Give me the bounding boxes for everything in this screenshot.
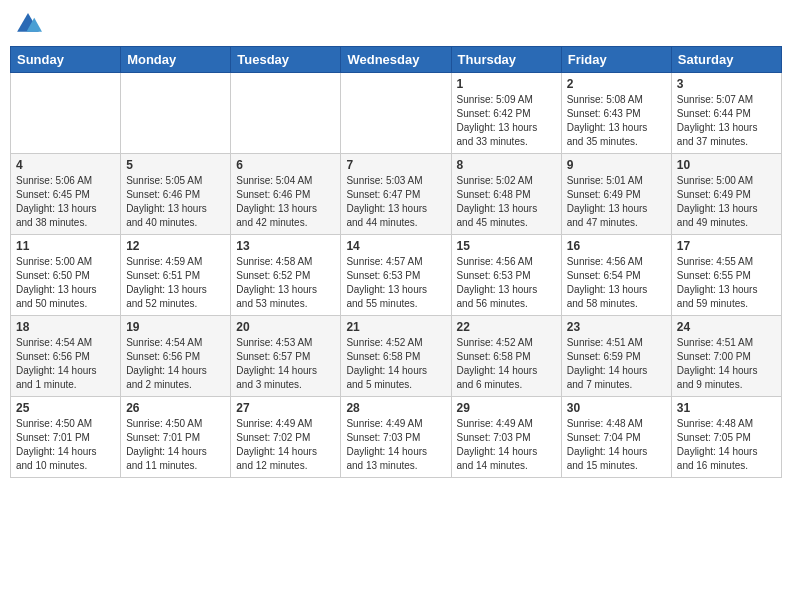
calendar-cell bbox=[11, 73, 121, 154]
day-info: Sunrise: 5:05 AM Sunset: 6:46 PM Dayligh… bbox=[126, 174, 225, 230]
day-number: 2 bbox=[567, 77, 666, 91]
day-info: Sunrise: 4:56 AM Sunset: 6:54 PM Dayligh… bbox=[567, 255, 666, 311]
day-number: 4 bbox=[16, 158, 115, 172]
day-info: Sunrise: 4:49 AM Sunset: 7:02 PM Dayligh… bbox=[236, 417, 335, 473]
day-number: 13 bbox=[236, 239, 335, 253]
day-info: Sunrise: 5:00 AM Sunset: 6:50 PM Dayligh… bbox=[16, 255, 115, 311]
page-header bbox=[10, 10, 782, 38]
calendar-cell: 1Sunrise: 5:09 AM Sunset: 6:42 PM Daylig… bbox=[451, 73, 561, 154]
calendar-week-row: 11Sunrise: 5:00 AM Sunset: 6:50 PM Dayli… bbox=[11, 235, 782, 316]
weekday-header-wednesday: Wednesday bbox=[341, 47, 451, 73]
calendar-week-row: 1Sunrise: 5:09 AM Sunset: 6:42 PM Daylig… bbox=[11, 73, 782, 154]
day-number: 17 bbox=[677, 239, 776, 253]
calendar-cell: 26Sunrise: 4:50 AM Sunset: 7:01 PM Dayli… bbox=[121, 397, 231, 478]
day-number: 15 bbox=[457, 239, 556, 253]
weekday-header-row: SundayMondayTuesdayWednesdayThursdayFrid… bbox=[11, 47, 782, 73]
calendar-cell: 17Sunrise: 4:55 AM Sunset: 6:55 PM Dayli… bbox=[671, 235, 781, 316]
calendar-cell: 24Sunrise: 4:51 AM Sunset: 7:00 PM Dayli… bbox=[671, 316, 781, 397]
calendar-cell: 9Sunrise: 5:01 AM Sunset: 6:49 PM Daylig… bbox=[561, 154, 671, 235]
calendar-cell: 28Sunrise: 4:49 AM Sunset: 7:03 PM Dayli… bbox=[341, 397, 451, 478]
calendar-cell: 13Sunrise: 4:58 AM Sunset: 6:52 PM Dayli… bbox=[231, 235, 341, 316]
day-number: 16 bbox=[567, 239, 666, 253]
calendar-cell: 23Sunrise: 4:51 AM Sunset: 6:59 PM Dayli… bbox=[561, 316, 671, 397]
day-number: 7 bbox=[346, 158, 445, 172]
day-info: Sunrise: 4:52 AM Sunset: 6:58 PM Dayligh… bbox=[346, 336, 445, 392]
day-info: Sunrise: 5:09 AM Sunset: 6:42 PM Dayligh… bbox=[457, 93, 556, 149]
calendar-cell: 12Sunrise: 4:59 AM Sunset: 6:51 PM Dayli… bbox=[121, 235, 231, 316]
day-number: 31 bbox=[677, 401, 776, 415]
day-info: Sunrise: 4:54 AM Sunset: 6:56 PM Dayligh… bbox=[16, 336, 115, 392]
calendar-cell: 11Sunrise: 5:00 AM Sunset: 6:50 PM Dayli… bbox=[11, 235, 121, 316]
calendar-cell: 27Sunrise: 4:49 AM Sunset: 7:02 PM Dayli… bbox=[231, 397, 341, 478]
day-number: 12 bbox=[126, 239, 225, 253]
day-info: Sunrise: 4:50 AM Sunset: 7:01 PM Dayligh… bbox=[16, 417, 115, 473]
day-info: Sunrise: 4:49 AM Sunset: 7:03 PM Dayligh… bbox=[346, 417, 445, 473]
day-number: 20 bbox=[236, 320, 335, 334]
day-number: 29 bbox=[457, 401, 556, 415]
day-info: Sunrise: 4:48 AM Sunset: 7:05 PM Dayligh… bbox=[677, 417, 776, 473]
day-info: Sunrise: 4:54 AM Sunset: 6:56 PM Dayligh… bbox=[126, 336, 225, 392]
day-info: Sunrise: 4:52 AM Sunset: 6:58 PM Dayligh… bbox=[457, 336, 556, 392]
calendar-cell bbox=[121, 73, 231, 154]
day-number: 21 bbox=[346, 320, 445, 334]
day-info: Sunrise: 5:03 AM Sunset: 6:47 PM Dayligh… bbox=[346, 174, 445, 230]
calendar-cell: 2Sunrise: 5:08 AM Sunset: 6:43 PM Daylig… bbox=[561, 73, 671, 154]
calendar-cell: 18Sunrise: 4:54 AM Sunset: 6:56 PM Dayli… bbox=[11, 316, 121, 397]
day-info: Sunrise: 4:58 AM Sunset: 6:52 PM Dayligh… bbox=[236, 255, 335, 311]
calendar-week-row: 25Sunrise: 4:50 AM Sunset: 7:01 PM Dayli… bbox=[11, 397, 782, 478]
day-number: 14 bbox=[346, 239, 445, 253]
day-info: Sunrise: 5:04 AM Sunset: 6:46 PM Dayligh… bbox=[236, 174, 335, 230]
day-number: 28 bbox=[346, 401, 445, 415]
day-info: Sunrise: 5:07 AM Sunset: 6:44 PM Dayligh… bbox=[677, 93, 776, 149]
day-number: 23 bbox=[567, 320, 666, 334]
calendar-cell: 22Sunrise: 4:52 AM Sunset: 6:58 PM Dayli… bbox=[451, 316, 561, 397]
day-info: Sunrise: 4:49 AM Sunset: 7:03 PM Dayligh… bbox=[457, 417, 556, 473]
day-info: Sunrise: 5:02 AM Sunset: 6:48 PM Dayligh… bbox=[457, 174, 556, 230]
day-number: 11 bbox=[16, 239, 115, 253]
day-info: Sunrise: 5:08 AM Sunset: 6:43 PM Dayligh… bbox=[567, 93, 666, 149]
calendar-cell: 31Sunrise: 4:48 AM Sunset: 7:05 PM Dayli… bbox=[671, 397, 781, 478]
calendar-cell: 15Sunrise: 4:56 AM Sunset: 6:53 PM Dayli… bbox=[451, 235, 561, 316]
day-number: 25 bbox=[16, 401, 115, 415]
calendar-cell: 29Sunrise: 4:49 AM Sunset: 7:03 PM Dayli… bbox=[451, 397, 561, 478]
day-info: Sunrise: 4:51 AM Sunset: 7:00 PM Dayligh… bbox=[677, 336, 776, 392]
day-number: 5 bbox=[126, 158, 225, 172]
weekday-header-tuesday: Tuesday bbox=[231, 47, 341, 73]
day-number: 24 bbox=[677, 320, 776, 334]
day-number: 26 bbox=[126, 401, 225, 415]
weekday-header-thursday: Thursday bbox=[451, 47, 561, 73]
calendar-cell: 19Sunrise: 4:54 AM Sunset: 6:56 PM Dayli… bbox=[121, 316, 231, 397]
calendar-week-row: 4Sunrise: 5:06 AM Sunset: 6:45 PM Daylig… bbox=[11, 154, 782, 235]
day-info: Sunrise: 4:50 AM Sunset: 7:01 PM Dayligh… bbox=[126, 417, 225, 473]
logo bbox=[14, 10, 44, 38]
calendar-cell: 25Sunrise: 4:50 AM Sunset: 7:01 PM Dayli… bbox=[11, 397, 121, 478]
day-number: 8 bbox=[457, 158, 556, 172]
day-info: Sunrise: 4:57 AM Sunset: 6:53 PM Dayligh… bbox=[346, 255, 445, 311]
calendar-cell: 20Sunrise: 4:53 AM Sunset: 6:57 PM Dayli… bbox=[231, 316, 341, 397]
weekday-header-saturday: Saturday bbox=[671, 47, 781, 73]
calendar-cell bbox=[341, 73, 451, 154]
calendar-cell: 6Sunrise: 5:04 AM Sunset: 6:46 PM Daylig… bbox=[231, 154, 341, 235]
day-info: Sunrise: 5:06 AM Sunset: 6:45 PM Dayligh… bbox=[16, 174, 115, 230]
day-info: Sunrise: 4:48 AM Sunset: 7:04 PM Dayligh… bbox=[567, 417, 666, 473]
weekday-header-sunday: Sunday bbox=[11, 47, 121, 73]
day-info: Sunrise: 4:59 AM Sunset: 6:51 PM Dayligh… bbox=[126, 255, 225, 311]
day-number: 6 bbox=[236, 158, 335, 172]
calendar-cell: 21Sunrise: 4:52 AM Sunset: 6:58 PM Dayli… bbox=[341, 316, 451, 397]
calendar-cell: 4Sunrise: 5:06 AM Sunset: 6:45 PM Daylig… bbox=[11, 154, 121, 235]
day-number: 27 bbox=[236, 401, 335, 415]
day-number: 9 bbox=[567, 158, 666, 172]
weekday-header-monday: Monday bbox=[121, 47, 231, 73]
day-info: Sunrise: 4:56 AM Sunset: 6:53 PM Dayligh… bbox=[457, 255, 556, 311]
day-number: 1 bbox=[457, 77, 556, 91]
calendar-cell: 8Sunrise: 5:02 AM Sunset: 6:48 PM Daylig… bbox=[451, 154, 561, 235]
day-info: Sunrise: 4:55 AM Sunset: 6:55 PM Dayligh… bbox=[677, 255, 776, 311]
day-number: 19 bbox=[126, 320, 225, 334]
day-number: 18 bbox=[16, 320, 115, 334]
logo-icon bbox=[14, 10, 42, 38]
day-number: 3 bbox=[677, 77, 776, 91]
day-info: Sunrise: 5:00 AM Sunset: 6:49 PM Dayligh… bbox=[677, 174, 776, 230]
weekday-header-friday: Friday bbox=[561, 47, 671, 73]
calendar-week-row: 18Sunrise: 4:54 AM Sunset: 6:56 PM Dayli… bbox=[11, 316, 782, 397]
calendar-cell bbox=[231, 73, 341, 154]
